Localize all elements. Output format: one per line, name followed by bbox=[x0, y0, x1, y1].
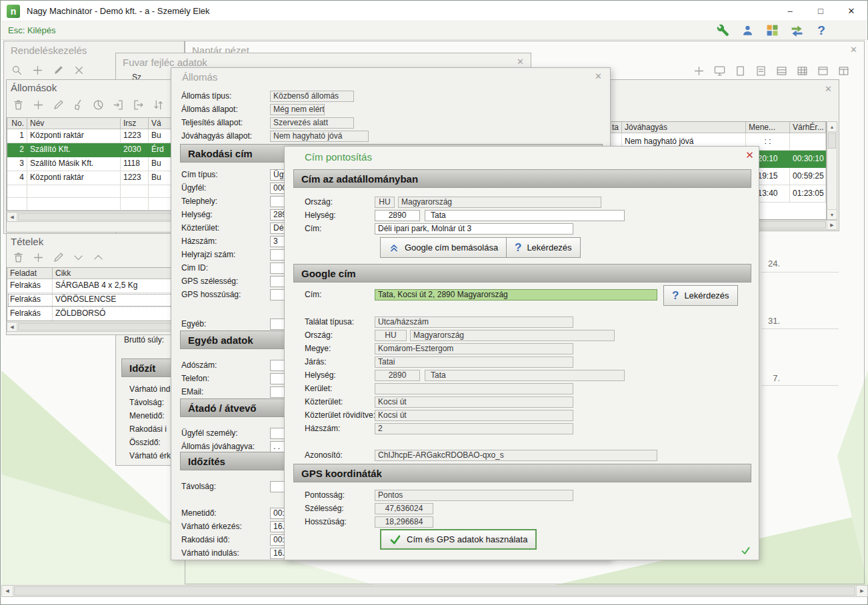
field-value: Nem hagyható jóvá bbox=[270, 131, 369, 142]
field-label: Ügyfél személy: bbox=[181, 428, 270, 438]
table-row[interactable]: Felrakás ZÖLDBORSÓ bbox=[7, 307, 174, 321]
minimize-button[interactable]: – bbox=[775, 1, 805, 21]
field-label: Házszám: bbox=[181, 237, 270, 246]
pie-chart-icon[interactable] bbox=[91, 97, 105, 112]
esc-exit-shortcut[interactable]: Esc: Kilépés bbox=[8, 25, 56, 35]
clean-icon[interactable] bbox=[71, 97, 85, 112]
calendar-date: 31. bbox=[761, 316, 780, 326]
edit-icon[interactable] bbox=[51, 250, 65, 265]
help-icon[interactable]: ? bbox=[813, 23, 829, 39]
close-button[interactable]: ✕ bbox=[836, 1, 867, 21]
agenda-view-icon[interactable] bbox=[774, 63, 789, 78]
field-value: Szervezés alatt bbox=[270, 117, 354, 129]
scroll-right-icon[interactable]: ▶ bbox=[827, 221, 837, 229]
split-view-2-icon[interactable] bbox=[836, 63, 851, 78]
close-icon[interactable]: ✕ bbox=[849, 45, 859, 55]
close-icon[interactable]: ✕ bbox=[593, 71, 603, 81]
transfer-arrows-icon[interactable] bbox=[789, 23, 805, 39]
add-icon[interactable] bbox=[31, 250, 45, 265]
column-header[interactable]: Mene... bbox=[746, 122, 790, 133]
split-view-icon[interactable] bbox=[815, 63, 830, 78]
table-row[interactable]: 4 Központi raktár 1223 Bu bbox=[7, 171, 174, 185]
form-row: Házszám: 2 bbox=[305, 422, 573, 435]
table-row[interactable]: 1 Központi raktár 1223 Bu bbox=[7, 129, 174, 143]
delete-icon[interactable] bbox=[11, 250, 25, 265]
close-icon[interactable]: ✕ bbox=[745, 150, 755, 160]
task-cell: Felrakás bbox=[7, 279, 53, 293]
week-view-icon[interactable] bbox=[753, 63, 768, 78]
form-row: Ország: HU Magyarország bbox=[305, 195, 601, 209]
panel-tetelek: Tételek Feladat Cikk Felrakás SÁRGABAB 4… bbox=[6, 233, 175, 335]
city-input[interactable]: Tata bbox=[425, 210, 625, 221]
address-input[interactable]: Déli ipari park, Molnár út 3 bbox=[375, 223, 573, 235]
column-header[interactable]: No. bbox=[7, 118, 27, 129]
app-logo-icon: n bbox=[7, 5, 20, 18]
copy-google-address-button[interactable]: Google cím bemásolása bbox=[380, 237, 507, 258]
modules-grid-icon[interactable] bbox=[764, 23, 780, 39]
dialog-cim-pontositas: Cím pontosítás ✕ Cím az adatállományban … bbox=[284, 146, 759, 560]
column-header[interactable]: VárhÉr... bbox=[790, 122, 826, 133]
delete-icon[interactable] bbox=[11, 97, 25, 112]
month-grid-icon[interactable] bbox=[795, 63, 809, 78]
zip-input[interactable]: 2890 bbox=[375, 210, 420, 221]
use-address-gps-button[interactable]: Cím és GPS adatok használata bbox=[380, 529, 537, 550]
day-view-icon[interactable] bbox=[733, 63, 747, 78]
field-label: Azonosító: bbox=[305, 450, 375, 460]
row-number-cell: 1 bbox=[7, 129, 27, 143]
settings-wrench-icon[interactable] bbox=[715, 23, 731, 39]
horizontal-scrollbar[interactable]: ◀ bbox=[7, 212, 175, 222]
table-row[interactable]: 3 Szállító Másik Kft. 1118 Bu bbox=[7, 157, 174, 171]
clear-icon[interactable] bbox=[71, 63, 86, 77]
table-header: Feladat Cikk bbox=[7, 268, 174, 279]
field-label-fragment: Menetidő: bbox=[129, 409, 171, 422]
add-event-icon[interactable] bbox=[691, 63, 706, 78]
window-title: Fuvar fejléc adatok bbox=[123, 57, 207, 68]
field-label: Távolság: bbox=[181, 482, 270, 491]
reorder-icon[interactable] bbox=[151, 97, 165, 112]
double-chevron-up-icon bbox=[389, 243, 399, 253]
scroll-left-icon[interactable]: ◀ bbox=[2, 586, 13, 596]
add-icon[interactable] bbox=[31, 97, 45, 112]
scroll-left-icon[interactable]: ◀ bbox=[7, 322, 17, 331]
column-header[interactable]: Irsz bbox=[121, 118, 149, 129]
close-icon[interactable]: ✕ bbox=[515, 57, 525, 67]
edit-icon[interactable] bbox=[51, 97, 65, 112]
user-icon[interactable] bbox=[739, 23, 755, 39]
google-address-input[interactable]: Tata, Kocsi út 2, 2890 Magyarország bbox=[375, 289, 657, 301]
match-type-field: Utca/házszám bbox=[375, 316, 573, 328]
scroll-left-icon[interactable]: ◀ bbox=[7, 213, 17, 221]
export-icon[interactable] bbox=[131, 97, 145, 112]
field-label-fragment: Várható érk bbox=[129, 449, 171, 462]
column-header[interactable]: Cikk bbox=[53, 268, 174, 279]
table-row[interactable]: 2 Szállító Kft. 2030 Érd bbox=[7, 143, 174, 157]
edit-icon[interactable] bbox=[51, 63, 65, 77]
gross-weight-label: Bruttó súly: bbox=[124, 333, 164, 346]
search-icon[interactable] bbox=[9, 63, 24, 77]
monitor-icon[interactable] bbox=[712, 63, 727, 78]
import-icon[interactable] bbox=[111, 97, 125, 112]
form-row: Ország: HU Magyarország bbox=[305, 328, 615, 342]
field-label: Helység: bbox=[181, 210, 270, 219]
scroll-up-icon[interactable]: ▲ bbox=[827, 122, 837, 132]
query-google-button[interactable]: ? Lekérdezés bbox=[663, 285, 738, 306]
column-header[interactable]: Feladat bbox=[7, 268, 53, 279]
task-cell: Felrakás bbox=[7, 293, 53, 307]
add-icon[interactable] bbox=[30, 63, 45, 77]
move-down-icon[interactable] bbox=[71, 250, 85, 265]
scroll-right-icon[interactable]: ▶ bbox=[856, 586, 867, 596]
move-up-icon[interactable] bbox=[91, 250, 105, 265]
scroll-down-icon[interactable]: ▼ bbox=[827, 209, 837, 219]
table-row[interactable]: Felrakás SÁRGABAB 4 x 2,5 Kg bbox=[7, 279, 174, 293]
section-header-adatallomany: Cím az adatállományban bbox=[293, 169, 751, 188]
maximize-button[interactable]: □ bbox=[805, 1, 836, 21]
close-icon[interactable]: ✕ bbox=[823, 84, 833, 94]
column-header[interactable]: Név bbox=[27, 118, 121, 129]
field-value: Közbenső állomás bbox=[270, 91, 354, 102]
query-button[interactable]: ? Lekérdezés bbox=[506, 237, 581, 258]
horizontal-scrollbar[interactable]: ◀ bbox=[7, 322, 175, 332]
table-row[interactable]: Felrakás VÖRÖSLENCSE bbox=[7, 293, 174, 307]
form-row: Hosszúság: 18,296684 bbox=[305, 515, 433, 528]
main-horizontal-scrollbar[interactable]: ◀ ▶ bbox=[1, 585, 868, 597]
vertical-scrollbar[interactable]: ▲ ▼ bbox=[827, 121, 837, 220]
column-header[interactable]: Jóváhagyás bbox=[622, 122, 746, 133]
